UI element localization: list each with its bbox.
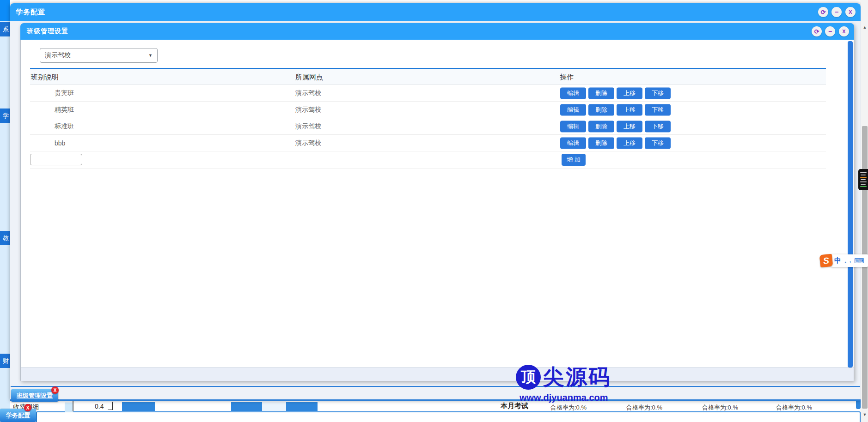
- taskbar-tab-label: 学务配置: [6, 411, 30, 420]
- sidebar-item-label: 财: [3, 357, 9, 365]
- edit-button[interactable]: 编辑: [560, 87, 586, 99]
- watermark-logo-text: 尖源码: [543, 363, 611, 392]
- screen: 系 学 教 财 收费明细 0.4 本月考试 合格率为:0.% 合格率为:0.% …: [0, 0, 868, 422]
- ime-logo-icon[interactable]: S: [819, 254, 833, 268]
- edit-button[interactable]: 编辑: [560, 137, 586, 149]
- move-down-button[interactable]: 下移: [645, 104, 671, 115]
- inner-window-footer: [21, 368, 854, 381]
- branch-name: 演示驾校: [295, 89, 321, 97]
- background-axis-line: [73, 401, 73, 411]
- header-branch: 所属网点: [295, 72, 323, 81]
- branch-name: 演示驾校: [295, 139, 321, 147]
- header-class-name: 班别说明: [31, 72, 59, 81]
- background-axis-tick: 0.4: [95, 403, 104, 410]
- watermark-url: www.djyuanma.com: [520, 392, 611, 403]
- inner-window-scrollbar[interactable]: [848, 41, 853, 368]
- inner-titlebar[interactable]: 班级管理设置 ⟳ − X: [20, 23, 854, 40]
- outer-window-title: 学务配置: [16, 8, 45, 17]
- ime-language-toggle[interactable]: 中: [834, 256, 841, 265]
- move-up-button[interactable]: 上移: [617, 87, 642, 99]
- new-class-input[interactable]: [30, 154, 82, 165]
- background-titlebar-corner: [0, 0, 10, 21]
- scroll-up-icon[interactable]: ▲: [861, 25, 868, 30]
- branch-select-value: 演示驾校: [45, 51, 71, 60]
- screen-overlay-widget: [858, 169, 868, 190]
- taskbar-tab-class-management[interactable]: 班级管理设置 X: [11, 389, 58, 402]
- close-button[interactable]: X: [839, 26, 849, 36]
- sidebar-item-label: 系: [3, 25, 9, 34]
- table-row: 精英班 演示驾校 编辑 删除 上移 下移: [30, 102, 826, 118]
- minimize-button[interactable]: −: [825, 26, 835, 36]
- move-down-button[interactable]: 下移: [645, 137, 671, 149]
- scrollbar-thumb[interactable]: [862, 126, 868, 409]
- class-table: 班别说明 所属网点 操作 贵宾班 演示驾校 编辑 删除 上移 下移 精英班 演示…: [30, 68, 826, 169]
- background-pass-rate: 合格率为:0.%: [776, 404, 812, 412]
- header-actions: 操作: [560, 72, 574, 81]
- outer-window-footer-line: [11, 386, 860, 387]
- add-button[interactable]: 增 加: [562, 154, 586, 166]
- move-down-button[interactable]: 下移: [645, 121, 671, 132]
- edit-button[interactable]: 编辑: [560, 121, 586, 132]
- move-up-button[interactable]: 上移: [617, 121, 642, 132]
- background-bar-light: [262, 402, 286, 411]
- branch-name: 演示驾校: [295, 122, 321, 131]
- background-bar: [286, 402, 318, 411]
- add-row: 增 加: [30, 151, 826, 169]
- table-row: bbb 演示驾校 编辑 删除 上移 下移: [30, 135, 826, 151]
- table-row: 贵宾班 演示驾校 编辑 删除 上移 下移: [30, 85, 826, 102]
- background-pass-rate: 合格率为:0.%: [626, 404, 662, 412]
- branch-select[interactable]: 演示驾校 ▼: [40, 48, 158, 63]
- refresh-button[interactable]: ⟳: [818, 7, 828, 17]
- watermark: 顶 尖源码 www.djyuanma.com: [516, 363, 611, 403]
- delete-button[interactable]: 删除: [588, 137, 614, 149]
- inner-window-title: 班级管理设置: [27, 27, 68, 36]
- move-up-button[interactable]: 上移: [617, 137, 642, 149]
- ime-punctuation-icon[interactable]: 。,: [844, 257, 851, 264]
- ime-toolbar: S 中 。, ⌨: [820, 254, 868, 267]
- class-name: 贵宾班: [55, 89, 74, 97]
- background-bottom-panel: [36, 411, 861, 422]
- close-button[interactable]: X: [845, 7, 856, 17]
- delete-button[interactable]: 删除: [588, 104, 614, 115]
- watermark-logo-icon: 顶: [516, 365, 541, 390]
- table-header-row: 班别说明 所属网点 操作: [30, 69, 826, 85]
- sidebar-item-label: 教: [3, 234, 9, 242]
- class-name: bbb: [55, 139, 65, 147]
- move-down-button[interactable]: 下移: [645, 87, 671, 99]
- taskbar-tab-academic-config[interactable]: 学务配置 X: [0, 409, 36, 422]
- window-class-management: 班级管理设置 ⟳ − X 演示驾校 ▼ 班别说明 所属网点 操作 贵宾班 演示驾…: [20, 23, 854, 381]
- branch-name: 演示驾校: [295, 106, 321, 114]
- background-axis-corner: [108, 402, 113, 410]
- background-pass-rate: 合格率为:0.%: [550, 404, 587, 412]
- background-scrollbar-stub[interactable]: [856, 401, 861, 409]
- chevron-down-icon: ▼: [148, 53, 153, 58]
- minimize-button[interactable]: −: [831, 7, 842, 17]
- table-row: 标准班 演示驾校 编辑 删除 上移 下移: [30, 118, 826, 135]
- background-bar: [231, 402, 262, 411]
- sidebar-item-label: 学: [3, 112, 9, 120]
- background-pass-rate: 合格率为:0.%: [702, 404, 738, 412]
- delete-button[interactable]: 删除: [588, 121, 614, 132]
- tab-close-icon[interactable]: X: [24, 404, 31, 411]
- scroll-down-icon[interactable]: ▼: [861, 412, 868, 417]
- move-up-button[interactable]: 上移: [617, 104, 642, 115]
- taskbar-tab-label: 班级管理设置: [17, 392, 53, 400]
- keyboard-icon[interactable]: ⌨: [854, 257, 864, 265]
- background-bar: [122, 402, 155, 411]
- page-scrollbar[interactable]: ▲ ▼: [861, 0, 868, 422]
- tab-close-icon[interactable]: X: [51, 386, 59, 394]
- refresh-button[interactable]: ⟳: [812, 26, 822, 36]
- outer-titlebar[interactable]: 学务配置 ⟳ − X: [10, 3, 861, 21]
- delete-button[interactable]: 删除: [588, 87, 614, 99]
- class-name: 精英班: [55, 106, 74, 114]
- class-name: 标准班: [55, 122, 74, 131]
- edit-button[interactable]: 编辑: [560, 104, 586, 115]
